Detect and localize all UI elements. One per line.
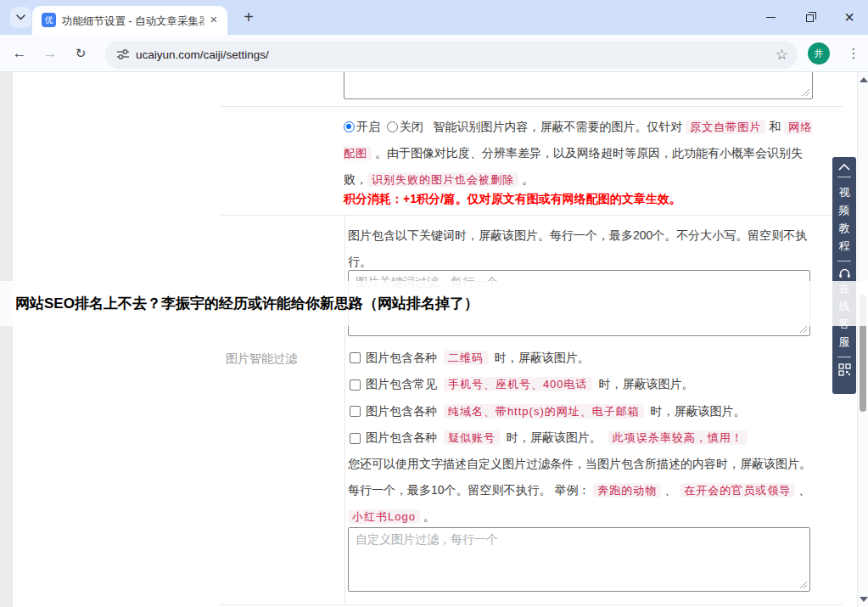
radio-off-label[interactable]: 关闭: [400, 120, 423, 133]
image-filter-checkbox-list: 图片包含各种 二维码 时，屏蔽该图片。 图片包含常见 手机号、座机号、400电话…: [348, 345, 751, 452]
reload-button[interactable]: ↻: [70, 42, 92, 65]
radio-on-label[interactable]: 开启: [356, 120, 380, 133]
restore-icon: [806, 12, 816, 22]
site-settings-icon[interactable]: [116, 48, 130, 61]
code-chip: 手机号、座机号、400电话: [444, 377, 592, 391]
credit-cost-note: 积分消耗：+1积分/篇。仅对原文有图或有网络配图的文章生效。: [344, 186, 681, 212]
forward-button: →: [39, 42, 61, 65]
sidebar-divider: [837, 177, 851, 177]
address-bar[interactable]: ucaiyun.com/caiji/settings/ ☆: [105, 41, 798, 69]
code-chip: 原文自带图片: [686, 120, 765, 134]
radio-on[interactable]: [344, 121, 355, 132]
sidebar-divider: [837, 357, 851, 357]
window-minimize-button[interactable]: [758, 5, 783, 29]
text-run: 图片包含各种: [366, 430, 440, 444]
custom-filter-textarea[interactable]: [348, 527, 810, 592]
code-chip: 此项误杀率较高，慎用！: [608, 430, 748, 445]
tab-title: 功能细节设置 - 自动文章采集器: [62, 14, 204, 29]
tab-search-button[interactable]: [10, 7, 31, 28]
browser-window: 优 功能细节设置 - 自动文章采集器 × + × ← → ↻ ucaiyun.c…: [0, 0, 868, 607]
text-run: 和: [765, 120, 784, 133]
back-button[interactable]: ←: [8, 42, 31, 65]
column-divider: [344, 215, 345, 604]
sidebar-divider: [837, 261, 851, 261]
browser-menu-button[interactable]: ⋮: [843, 42, 865, 65]
floating-sidebar: 视频教程 在线客服: [832, 157, 856, 394]
text-run: 图片包含各种: [366, 404, 440, 418]
site-favicon: 优: [42, 13, 56, 27]
code-chip: 小红书Logo: [348, 509, 420, 524]
code-chip: 在开会的官员或领导: [680, 483, 795, 497]
text-run: 、: [795, 483, 810, 497]
browser-tab-active[interactable]: 优 功能细节设置 - 自动文章采集器 ×: [32, 6, 227, 35]
page-scrollbar[interactable]: [857, 72, 868, 607]
text-run: 时，屏蔽该图片。: [503, 430, 605, 444]
checkbox[interactable]: [350, 352, 361, 363]
page-content: 开启 关闭 智能识别图片内容，屏蔽不需要的图片。仅针对 原文自带图片 和 网络配…: [0, 72, 857, 607]
page-gutter: [0, 72, 13, 607]
code-chip: 疑似账号: [444, 430, 500, 445]
new-tab-button[interactable]: +: [238, 8, 259, 28]
top-textarea[interactable]: [344, 72, 813, 99]
checkbox[interactable]: [350, 406, 361, 417]
code-chip: 二维码: [444, 351, 488, 365]
text-run: 智能识别图片内容，屏蔽不需要的图片。仅针对: [433, 120, 686, 133]
code-chip: 纯域名、带http(s)的网址、电子邮箱: [444, 404, 644, 419]
back-to-top-icon[interactable]: [838, 164, 850, 171]
window-close-button[interactable]: ×: [837, 5, 862, 29]
video-tutorial-link[interactable]: 视频教程: [838, 183, 850, 255]
radio-off[interactable]: [387, 121, 398, 132]
smart-filter-description: 开启 关闭 智能识别图片内容，屏蔽不需要的图片。仅针对 原文自带图片 和 网络配…: [344, 114, 815, 193]
text-run: 。: [518, 172, 534, 186]
url-text[interactable]: ucaiyun.com/caiji/settings/: [136, 41, 269, 69]
checkbox[interactable]: [350, 379, 361, 391]
scroll-down-arrow-icon[interactable]: [860, 597, 868, 602]
tab-strip: 优 功能细节设置 - 自动文章采集器 × + ×: [0, 0, 868, 35]
qr-code-icon[interactable]: [838, 363, 851, 376]
minimize-icon: [766, 17, 776, 18]
window-restore-button[interactable]: [798, 5, 824, 29]
checkbox-label[interactable]: 图片包含各种 疑似账号 时，屏蔽该图片。 此项误杀率较高，慎用！: [364, 430, 749, 446]
checkbox-row-account: 图片包含各种 疑似账号 时，屏蔽该图片。 此项误杀率较高，慎用！: [348, 425, 751, 452]
headset-icon[interactable]: [838, 267, 851, 279]
text-run: 时，屏蔽该图片。: [596, 377, 694, 391]
bookmark-star-icon[interactable]: ☆: [776, 41, 788, 69]
checkbox-label[interactable]: 图片包含各种 二维码 时，屏蔽该图片。: [364, 351, 591, 366]
keyword-filter-description: 图片包含以下关键词时，屏蔽该图片。每行一个，最多200个。不分大小写。留空则不执…: [348, 222, 813, 275]
text-run: 图片包含常见: [366, 377, 440, 391]
overlay-text: 网站SEO排名上不去？李振宇的经历或许能给你新思路（网站排名掉了）: [15, 281, 868, 326]
row-divider: [221, 604, 843, 605]
checkbox-label[interactable]: 图片包含常见 手机号、座机号、400电话 时，屏蔽该图片。: [364, 377, 695, 392]
checkbox-row-url-email: 图片包含各种 纯域名、带http(s)的网址、电子邮箱 时，屏蔽该图片。: [348, 398, 751, 425]
code-chip: 奔跑的动物: [593, 483, 661, 497]
text-run: 。: [420, 509, 435, 523]
link-title-overlay: 网站SEO排名上不去？李振宇的经历或许能给你新思路（网站排名掉了）: [0, 281, 868, 326]
tab-close-button[interactable]: ×: [206, 13, 221, 28]
checkbox-label[interactable]: 图片包含各种 纯域名、带http(s)的网址、电子邮箱 时，屏蔽该图片。: [364, 404, 748, 419]
row-divider: [221, 215, 843, 216]
text-run: 图片包含各种: [366, 351, 440, 364]
row-label: 图片智能过滤: [216, 351, 297, 367]
checkbox[interactable]: [350, 433, 361, 444]
text-run: 时，屏蔽该图片。: [647, 404, 746, 418]
checkbox-row-phone: 图片包含常见 手机号、座机号、400电话 时，屏蔽该图片。: [348, 372, 751, 399]
code-chip: 识别失败的图片也会被删除: [367, 172, 518, 187]
row-divider: [221, 106, 843, 107]
text-run: 、: [661, 483, 680, 497]
chevron-down-icon: [16, 14, 25, 20]
checkbox-row-qrcode: 图片包含各种 二维码 时，屏蔽该图片。: [348, 345, 751, 372]
profile-avatar[interactable]: 井: [808, 42, 830, 65]
text-run: 时，屏蔽该图片。: [491, 351, 590, 364]
custom-filter-description: 您还可以使用文字描述自定义图片过滤条件，当图片包含所描述的内容时，屏蔽该图片。每…: [348, 451, 815, 530]
favicon-glyph: 优: [45, 15, 53, 25]
scroll-up-arrow-icon[interactable]: [860, 77, 868, 82]
